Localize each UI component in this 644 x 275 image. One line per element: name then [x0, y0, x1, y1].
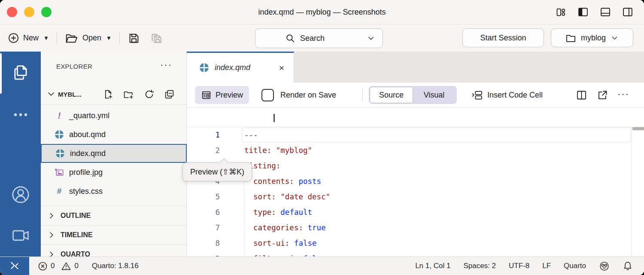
collapse-all-icon[interactable] [164, 89, 175, 100]
start-session-button[interactable]: Start Session [462, 28, 544, 47]
bell-icon[interactable] [623, 261, 633, 272]
sidebar-sections: OUTLINETIMELINEQUARTO [41, 206, 187, 264]
file-name: index.qmd [70, 149, 106, 158]
file-row-about.qmd[interactable]: about.qmd [41, 125, 187, 144]
remote-icon [9, 260, 20, 272]
insert-code-cell-button[interactable]: Insert Code Cell [471, 82, 543, 107]
open-button[interactable]: Open ▼ [65, 32, 112, 44]
warning-count: 0 [74, 262, 78, 270]
tab-index-qmd[interactable]: index.qmd × [187, 52, 294, 82]
encoding-status[interactable]: UTF-8 [509, 262, 529, 270]
line-number: 1 [187, 131, 220, 139]
token-plain [244, 208, 253, 217]
sidebar-section-outline[interactable]: OUTLINE [41, 206, 187, 225]
open-external-icon[interactable] [597, 89, 608, 101]
token-string: "myblog" [276, 146, 312, 155]
eol-status[interactable]: LF [542, 262, 551, 270]
line-number: 7 [187, 223, 220, 232]
new-button-label: New [23, 34, 39, 43]
quarto-version-status[interactable]: Quarto: 1.8.16 [92, 262, 139, 270]
toolbar-divider [119, 33, 120, 44]
code-line-2[interactable]: 2title: "myblog" [187, 143, 644, 158]
token-plain [303, 223, 308, 232]
code-editor[interactable]: 1---2title: "myblog"3listing:4 contents:… [187, 127, 644, 257]
file-name: styles.css [69, 187, 103, 196]
remote-indicator[interactable] [0, 257, 29, 275]
open-dropdown-caret-icon: ▼ [106, 35, 112, 41]
code-line-4[interactable]: 4 contents: posts [187, 174, 644, 189]
editor-more-actions-icon[interactable]: ··· [617, 82, 629, 107]
search-placeholder: Search [300, 34, 325, 43]
new-button[interactable]: New ▼ [8, 32, 49, 44]
search-input[interactable]: Search [255, 28, 383, 48]
app-window: index.qmd — myblog — Screenshots New ▼ [0, 0, 644, 275]
token-plain [294, 177, 299, 186]
divider [41, 104, 187, 105]
code-line-8[interactable]: 8 sort-ui: false [187, 235, 644, 251]
token-key: title: [244, 146, 271, 155]
status-bar: 0 0 Quarto: 1.8.16 Ln 1, Col 1 Spaces: 2… [0, 257, 644, 275]
token-key: type: [253, 208, 276, 217]
editor-group: index.qmd × Preview Render on Save Sourc… [187, 52, 644, 257]
language-mode-status[interactable]: Quarto [564, 262, 586, 270]
scrollbar-track[interactable] [632, 127, 632, 257]
token-value: false [294, 239, 317, 248]
visual-mode-tab[interactable]: Visual [413, 91, 455, 100]
split-editor-icon[interactable] [576, 89, 587, 101]
workspace-caret-icon [610, 34, 619, 43]
new-file-icon[interactable] [103, 89, 113, 100]
account-icon[interactable] [0, 184, 41, 205]
divider [362, 89, 363, 101]
explorer-activity-icon[interactable] [0, 63, 41, 83]
folder-icon [565, 33, 577, 43]
file-row-profile.jpg[interactable]: profile.jpg [41, 163, 187, 182]
more-activity-icon[interactable] [0, 108, 41, 121]
feedback-smiley-icon[interactable] [599, 261, 610, 272]
code-line-5[interactable]: 5 sort: "date desc" [187, 189, 644, 205]
source-mode-tab[interactable]: Source [370, 87, 413, 103]
explorer-more-actions-icon[interactable]: ··· [160, 59, 172, 70]
file-row-styles.css[interactable]: #styles.css [41, 182, 187, 201]
toggle-secondary-sidebar-icon[interactable] [622, 6, 634, 18]
refresh-icon[interactable] [144, 89, 155, 100]
toggle-panel-icon[interactable] [599, 6, 611, 18]
render-on-save-checkbox[interactable] [261, 89, 274, 101]
quarto-file-icon [199, 62, 210, 73]
save-button[interactable] [128, 32, 140, 45]
code-line-6[interactable]: 6 type: default [187, 205, 644, 220]
video-camera-icon[interactable] [0, 227, 41, 244]
preview-button-label: Preview [216, 91, 243, 100]
token-string: "date desc" [280, 192, 330, 201]
error-count: 0 [51, 262, 55, 270]
preview-icon [201, 90, 212, 101]
customize-layout-icon[interactable] [555, 6, 567, 18]
insert-code-cell-label: Insert Code Cell [487, 91, 543, 100]
cursor-position-status[interactable]: Ln 1, Col 1 [415, 262, 450, 270]
new-folder-icon[interactable] [123, 89, 134, 100]
problems-status[interactable]: 0 0 [38, 261, 79, 271]
file-row-index.qmd[interactable]: index.qmd [41, 144, 187, 163]
warning-icon [61, 261, 71, 271]
workspace-section-header[interactable]: MYBL... [41, 84, 187, 104]
code-line-7[interactable]: 7 categories: true [187, 220, 644, 235]
preview-tooltip: Preview (⇧⌘K) [182, 162, 252, 181]
line-number: 8 [187, 239, 220, 248]
sidebar-section-timeline[interactable]: TIMELINE [41, 225, 187, 244]
code-line-3[interactable]: 3listing: [187, 158, 644, 174]
file-name: about.qmd [69, 130, 106, 139]
code-line-9[interactable]: 9 filter-ui: false [187, 251, 644, 257]
code-text: sort-ui: false [220, 239, 317, 248]
source-mode-label: Source [379, 91, 404, 100]
quarto-file-icon [54, 129, 65, 140]
workspace-switcher[interactable]: myblog [551, 28, 633, 47]
toggle-primary-sidebar-icon[interactable] [577, 6, 589, 18]
indentation-status[interactable]: Spaces: 2 [463, 262, 496, 270]
file-row-_quarto.yml[interactable]: !_quarto.yml [41, 106, 187, 125]
token-key: sort-ui: [253, 239, 289, 248]
preview-button[interactable]: Preview [195, 86, 249, 104]
close-tab-icon[interactable]: × [279, 63, 284, 73]
save-all-button[interactable] [150, 31, 164, 45]
start-session-label: Start Session [480, 34, 526, 43]
code-line-1[interactable]: 1--- [187, 127, 644, 143]
chevron-right-icon [47, 211, 56, 220]
